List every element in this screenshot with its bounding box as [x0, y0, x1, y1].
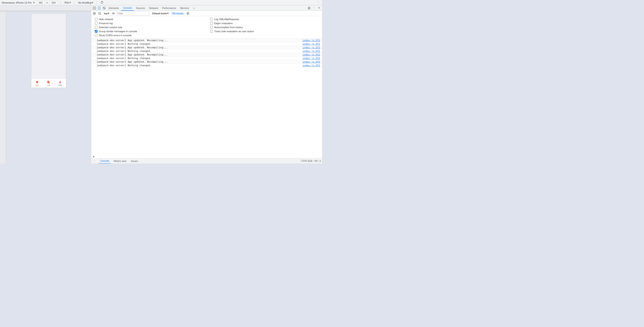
log-text: [webpack-dev-server] App updated. Recomp… [96, 46, 302, 49]
tab-orders-label: 订单 [47, 84, 50, 86]
eager-eval-label: Eager evaluation [214, 22, 233, 24]
option-show-cors: Show CORS errors in console [95, 34, 203, 37]
show-cors-checkbox[interactable] [95, 34, 98, 37]
log-text: [webpack-dev-server] App updated. Recomp… [96, 53, 302, 56]
bottom-tab-whats-new[interactable]: What's new [112, 158, 128, 164]
selected-context-checkbox[interactable] [95, 26, 98, 29]
tab-elements[interactable]: Elements [107, 5, 121, 11]
devtools-gear-area: ⋮ ✕ [307, 6, 321, 10]
eager-eval-checkbox[interactable] [210, 22, 213, 24]
log-entry: [webpack-dev-server] App updated. Recomp… [91, 53, 322, 56]
expand-arrow[interactable]: ▶ [91, 155, 322, 158]
device-dropdown-icon[interactable]: ▾ [33, 1, 35, 4]
tab-home[interactable]: 首页 [35, 80, 39, 86]
treat-code-label: Treat code evaluation as user action [214, 30, 254, 33]
main-layout: 首页 订单 我的 [0, 5, 322, 164]
throttle-selector[interactable]: No throttling ▾ [77, 1, 94, 4]
tab-profile[interactable]: 我的 [58, 80, 62, 86]
filter-input[interactable] [116, 12, 150, 15]
context-selector[interactable]: top ▾ [103, 12, 110, 15]
log-entry: [webpack-dev-server] Nothing changed.ind… [91, 56, 322, 60]
device-mode-icon[interactable] [97, 6, 102, 10]
log-link[interactable]: index.js:551 [302, 50, 320, 52]
log-xml-checkbox[interactable] [210, 18, 213, 20]
tab-profile-label: 我的 [58, 84, 62, 86]
log-link[interactable]: index.js:551 [302, 60, 320, 63]
option-eager-eval: Eager evaluation [210, 22, 318, 24]
log-text: [webpack-dev-server] App updated. Recomp… [96, 39, 302, 42]
tab-orders[interactable]: 订单 [46, 80, 50, 86]
separator3 [97, 1, 97, 4]
tab-network[interactable]: Network [147, 5, 160, 11]
log-entry: [webpack-dev-server] App updated. Recomp… [91, 60, 322, 64]
bottom-right-text: CSDN @版一样C [301, 160, 318, 162]
ruler-left [0, 12, 6, 164]
log-link[interactable]: index.js:551 [302, 53, 320, 56]
settings-console-icon[interactable] [186, 11, 190, 16]
block-console-icon[interactable] [98, 11, 102, 16]
device-screen [31, 14, 66, 88]
svg-line-9 [99, 12, 100, 14]
treat-code-checkbox[interactable] [210, 30, 213, 33]
log-text: [webpack-dev-server] Nothing changed. [96, 50, 302, 52]
capture-icon[interactable] [100, 0, 104, 5]
log-link[interactable]: index.js:551 [302, 39, 320, 42]
tab-sources[interactable]: Sources [134, 5, 147, 11]
block-icon[interactable] [102, 6, 106, 10]
bottom-tab-issues[interactable]: Issues [129, 158, 140, 164]
more-devtools-icon[interactable]: ⋮ [312, 6, 316, 10]
viewport-area: 首页 订单 我的 [0, 5, 91, 164]
option-selected-context: Selected context only [95, 26, 203, 29]
hide-network-checkbox[interactable] [95, 18, 98, 20]
autocomplete-checkbox[interactable] [210, 26, 213, 29]
log-link[interactable]: index.js:551 [302, 42, 320, 46]
device-dimensions-label: Dimensions: iPhone 12 Pro [2, 1, 32, 4]
tab-performance[interactable]: Performance [160, 5, 178, 11]
log-text: [webpack-dev-server] Nothing changed. [96, 42, 302, 46]
height-input[interactable]: 844 [50, 1, 58, 4]
preserve-log-checkbox[interactable] [95, 22, 98, 24]
group-similar-checkbox[interactable] [95, 30, 98, 33]
clear-console-icon[interactable] [92, 11, 96, 16]
option-hide-network: Hide network [95, 18, 203, 20]
log-entry: [webpack-dev-server] Nothing changed.ind… [91, 42, 322, 46]
log-link[interactable]: index.js:551 [302, 57, 320, 60]
tab-memory[interactable]: Memory [178, 5, 191, 11]
devtools-header: Elements Console Sources Network Perform… [91, 5, 322, 11]
close-bottom-panel-icon[interactable]: × [319, 159, 321, 163]
option-treat-code: Treat code evaluation as user action [210, 30, 318, 33]
group-similar-label: Group similar messages in console [99, 30, 137, 33]
zoom-selector[interactable]: 75% ▾ [63, 1, 72, 4]
profile-icon [58, 80, 62, 84]
log-link[interactable]: index.js:551 [302, 46, 320, 49]
console-log-area[interactable]: [webpack-dev-server] App updated. Recomp… [91, 39, 322, 155]
width-input[interactable]: 390 [36, 1, 44, 4]
autocomplete-label: Autocomplete from history [214, 26, 243, 29]
settings-icon[interactable] [307, 6, 311, 10]
log-text: [webpack-dev-server] App updated. Recomp… [96, 60, 302, 63]
option-group-similar: Group similar messages in console [95, 30, 203, 33]
close-devtools-icon[interactable]: ✕ [317, 6, 321, 10]
option-autocomplete: Autocomplete from history [210, 26, 318, 29]
orders-icon [46, 80, 50, 84]
preserve-log-label: Preserve log [99, 22, 113, 24]
log-xml-label: Log XMLHttpRequests [214, 18, 239, 20]
context-label: top [104, 12, 107, 15]
tab-console[interactable]: Console [121, 5, 134, 11]
show-cors-label: Show CORS errors in console [99, 34, 132, 37]
home-icon [35, 80, 39, 84]
log-entry: [webpack-dev-server] Nothing changed.ind… [91, 64, 322, 67]
more-options-button[interactable]: ⋮ [316, 0, 320, 5]
more-bottom-icon[interactable]: ⋮ [92, 159, 96, 163]
default-levels-button[interactable]: Default levels ▾ [150, 12, 170, 15]
eye-icon[interactable] [111, 11, 116, 16]
log-entry: [webpack-dev-server] App updated. Recomp… [91, 46, 322, 50]
tab-more[interactable]: » [192, 5, 196, 11]
log-link[interactable]: index.js:551 [302, 64, 320, 67]
option-preserve-log: Preserve log [95, 22, 203, 24]
console-options-panel: Hide network Log XMLHttpRequests Preserv… [91, 16, 322, 39]
inspect-mode-icon[interactable] [92, 6, 96, 10]
log-text: [webpack-dev-server] Nothing changed. [96, 64, 302, 67]
mobile-tab-bar: 首页 订单 我的 [31, 79, 66, 88]
bottom-tab-console[interactable]: Console [98, 158, 111, 164]
